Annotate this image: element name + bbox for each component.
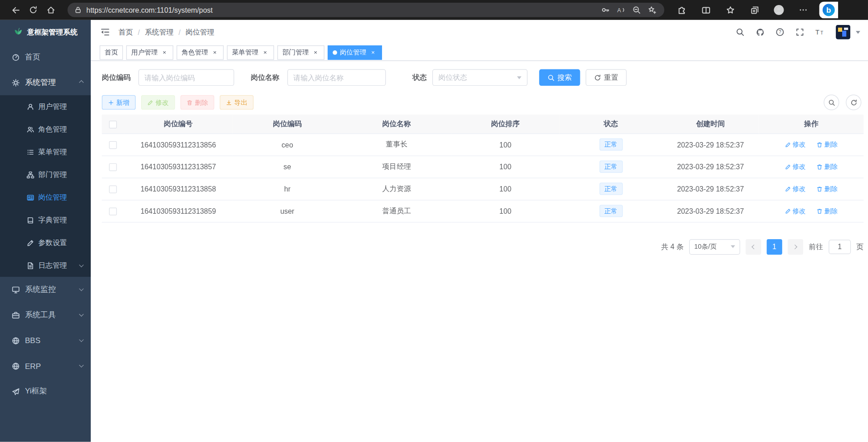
sidebar-item-dict[interactable]: 字典管理 xyxy=(0,209,91,231)
fullscreen-icon[interactable] xyxy=(793,25,807,39)
chevron-down-icon xyxy=(79,363,83,368)
row-checkbox[interactable] xyxy=(109,185,117,193)
browser-home-button[interactable] xyxy=(42,2,60,18)
add-favorite-star-icon[interactable] xyxy=(644,3,660,16)
browser-back-button[interactable] xyxy=(7,2,25,18)
close-icon[interactable]: × xyxy=(369,49,377,56)
copilot-sidebar-button[interactable]: b xyxy=(819,2,838,19)
favorites-star-icon[interactable] xyxy=(722,2,739,18)
close-icon[interactable]: × xyxy=(261,49,269,56)
extensions-icon[interactable] xyxy=(673,2,690,18)
screenshot-root: https://ccnetcore.com:1101/system/post A xyxy=(0,0,868,442)
select-all-checkbox[interactable] xyxy=(109,120,117,128)
password-key-icon[interactable] xyxy=(598,3,613,16)
app-logo[interactable]: 意框架管理系统 xyxy=(0,20,91,44)
url-text[interactable]: https://ccnetcore.com:1101/system/post xyxy=(86,6,598,14)
post-table: 岗位编号 岗位编码 岗位名称 岗位排序 状态 创建时间 操作 16410305 xyxy=(102,115,863,222)
chevron-down-icon xyxy=(79,337,83,342)
browser-chrome: https://ccnetcore.com:1101/system/post A xyxy=(0,0,868,20)
font-size-icon[interactable]: TT xyxy=(813,25,827,39)
browser-refresh-button[interactable] xyxy=(25,2,42,18)
sidebar-item-erp[interactable]: ERP xyxy=(0,353,91,378)
sidebar-item-monitor[interactable]: 系统监控 xyxy=(0,277,91,302)
col-created: 创建时间 xyxy=(662,115,759,133)
split-screen-icon[interactable] xyxy=(697,2,714,18)
gear-icon xyxy=(11,78,20,87)
export-button[interactable]: 导出 xyxy=(220,95,253,110)
sidebar-item-home[interactable]: 首页 xyxy=(0,44,91,70)
svg-text:T: T xyxy=(815,29,819,36)
sidebar-item-dept[interactable]: 部门管理 xyxy=(0,163,91,186)
row-delete-link[interactable]: 删除 xyxy=(817,162,838,172)
reset-button[interactable]: 重置 xyxy=(586,69,627,86)
sidebar-item-bbs[interactable]: BBS xyxy=(0,328,91,353)
trash-icon xyxy=(186,99,192,105)
header-search-icon[interactable] xyxy=(733,25,747,39)
page-1-button[interactable]: 1 xyxy=(767,239,782,254)
address-bar[interactable]: https://ccnetcore.com:1101/system/post A xyxy=(68,3,664,17)
avatar-caret-icon[interactable] xyxy=(856,31,860,34)
row-checkbox[interactable] xyxy=(109,163,117,171)
profile-avatar[interactable] xyxy=(770,2,787,18)
trash-icon xyxy=(817,142,823,147)
tab-role[interactable]: 角色管理 × xyxy=(177,45,224,59)
delete-button[interactable]: 删除 xyxy=(181,95,214,110)
row-edit-link[interactable]: 修改 xyxy=(785,162,806,172)
tab-user[interactable]: 用户管理 × xyxy=(126,45,173,59)
close-icon[interactable]: × xyxy=(211,49,219,56)
row-delete-link[interactable]: 删除 xyxy=(817,206,838,216)
row-edit-link[interactable]: 修改 xyxy=(785,184,806,194)
row-delete-link[interactable]: 删除 xyxy=(817,140,838,149)
sidebar-item-system[interactable]: 系统管理 xyxy=(0,70,91,95)
edit-button[interactable]: 修改 xyxy=(141,95,175,110)
table-row: 1641030593112313856 ceo 董事长 100 正常 2023-… xyxy=(102,133,863,156)
tab-post[interactable]: 岗位管理 × xyxy=(328,45,382,59)
site-lock-icon[interactable] xyxy=(74,6,82,14)
row-checkbox[interactable] xyxy=(109,141,117,149)
page-size-select[interactable]: 10条/页 xyxy=(689,239,740,254)
sidebar-item-role[interactable]: 角色管理 xyxy=(0,118,91,141)
trash-icon xyxy=(817,186,823,192)
search-button[interactable]: 搜索 xyxy=(539,69,580,86)
add-button[interactable]: 新增 xyxy=(102,95,135,110)
user-avatar[interactable] xyxy=(836,25,850,39)
sidebar-item-param[interactable]: 参数设置 xyxy=(0,231,91,254)
browser-menu-icon[interactable] xyxy=(795,2,812,18)
toggle-search-icon[interactable] xyxy=(824,95,839,110)
close-icon[interactable]: × xyxy=(161,49,168,56)
github-icon[interactable] xyxy=(753,25,767,39)
sidebar-item-menu[interactable]: 菜单管理 xyxy=(0,141,91,163)
next-page-button[interactable] xyxy=(788,239,803,254)
collections-icon[interactable] xyxy=(746,2,763,18)
row-delete-link[interactable]: 删除 xyxy=(817,184,838,194)
read-aloud-icon[interactable]: A xyxy=(613,3,629,16)
main-panel: 首页 / 系统管理 / 岗位管理 ? xyxy=(91,20,868,442)
sidebar-item-post[interactable]: 岗位管理 xyxy=(0,186,91,209)
sidebar-item-tools[interactable]: 系统工具 xyxy=(0,302,91,328)
status-select[interactable]: 岗位状态 xyxy=(432,69,528,86)
post-name-input[interactable] xyxy=(287,69,386,86)
tab-menu[interactable]: 菜单管理 × xyxy=(227,45,274,59)
help-question-icon[interactable]: ? xyxy=(773,25,787,39)
row-edit-link[interactable]: 修改 xyxy=(785,206,806,216)
tab-dept[interactable]: 部门管理 × xyxy=(277,45,324,59)
breadcrumb-home[interactable]: 首页 xyxy=(118,27,133,37)
sidebar-item-log[interactable]: 日志管理 xyxy=(0,254,91,277)
admin-app: 意框架管理系统 首页 系统管理 用户 xyxy=(0,20,868,442)
row-checkbox[interactable] xyxy=(109,207,117,215)
post-code-input[interactable] xyxy=(138,69,234,86)
sidebar-item-user[interactable]: 用户管理 xyxy=(0,95,91,118)
prev-page-button[interactable] xyxy=(745,239,761,254)
zoom-out-icon[interactable] xyxy=(629,3,644,16)
globe-icon xyxy=(11,362,20,371)
tab-home[interactable]: 首页 xyxy=(100,45,123,59)
breadcrumb-system[interactable]: 系统管理 xyxy=(145,27,173,37)
sidebar-item-yi[interactable]: Yi框架 xyxy=(0,378,91,404)
goto-page-input[interactable] xyxy=(829,240,851,254)
close-icon[interactable]: × xyxy=(312,49,319,56)
post-code-label: 岗位编码 xyxy=(102,73,130,83)
toolbox-icon xyxy=(11,310,20,319)
refresh-table-icon[interactable] xyxy=(846,95,861,110)
sidebar-fold-icon[interactable] xyxy=(98,25,113,40)
row-edit-link[interactable]: 修改 xyxy=(785,140,806,149)
